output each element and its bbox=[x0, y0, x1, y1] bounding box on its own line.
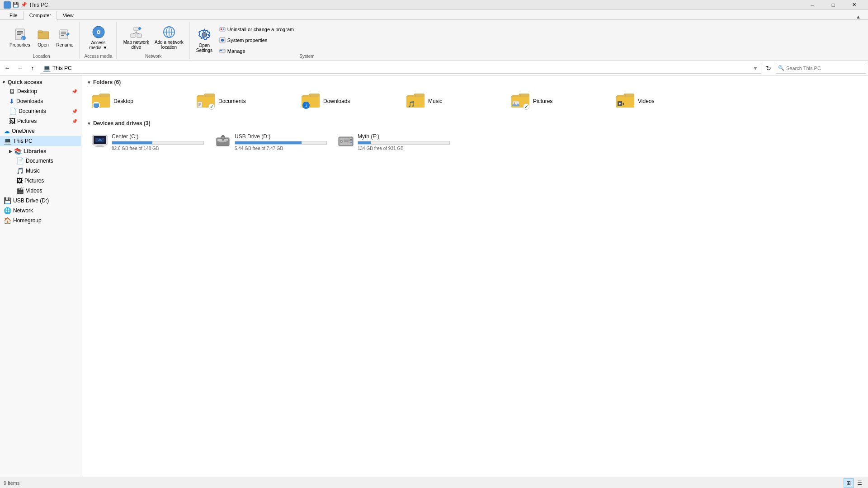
pictures-overlay bbox=[512, 100, 519, 109]
sidebar-item-usb-drive[interactable]: 💾 USB Drive (D:) bbox=[0, 196, 81, 206]
sidebar-item-lib-pictures[interactable]: 🖼 Pictures bbox=[0, 176, 81, 186]
onedrive-icon: ☁ bbox=[4, 127, 10, 135]
rename-button[interactable]: Rename bbox=[54, 24, 76, 51]
sidebar-item-desktop[interactable]: 🖥 Desktop 📌 bbox=[0, 86, 81, 96]
location-group-label: Location bbox=[7, 54, 75, 59]
open-settings-icon bbox=[197, 28, 212, 42]
rename-label: Rename bbox=[57, 42, 74, 47]
sidebar-item-lib-videos[interactable]: 🎬 Videos bbox=[0, 186, 81, 196]
desktop-folder-icon-wrap bbox=[92, 92, 110, 110]
back-button[interactable]: ← bbox=[2, 63, 13, 74]
minimize-button[interactable]: ─ bbox=[802, 0, 823, 10]
network-label: Network bbox=[13, 207, 33, 214]
sidebar-item-lib-documents[interactable]: 📄 Documents bbox=[0, 156, 81, 166]
ribbon-collapse-button[interactable]: ▲ bbox=[856, 14, 861, 19]
device-item-center-c[interactable]: Center (C:) 82.6 GB free of 148 GB bbox=[87, 130, 209, 154]
svg-rect-35 bbox=[222, 50, 224, 50]
system-group-label: System bbox=[299, 54, 315, 59]
folder-item-desktop[interactable]: Desktop bbox=[87, 89, 191, 113]
uninstall-button[interactable]: Uninstall or change a program bbox=[216, 24, 297, 34]
location-buttons: i Properties Open Rename bbox=[7, 22, 75, 53]
videos-overlay bbox=[617, 100, 624, 109]
large-icons-view-button[interactable]: ⊞ bbox=[844, 478, 854, 488]
forward-button[interactable]: → bbox=[14, 63, 25, 74]
up-button[interactable]: ↑ bbox=[27, 63, 38, 74]
tab-view[interactable]: View bbox=[57, 10, 80, 19]
breadcrumb-this-pc[interactable]: This PC bbox=[52, 65, 72, 71]
address-bar: ← → ↑ 💻 This PC ▼ ↻ 🔍 bbox=[0, 61, 868, 75]
uninstall-label: Uninstall or change a program bbox=[227, 27, 294, 32]
device-item-myth-f[interactable]: Myth (F:) 134 GB free of 931 GB bbox=[333, 130, 455, 154]
usb-drive-d-bar bbox=[235, 141, 302, 144]
open-button[interactable]: Open bbox=[33, 24, 53, 51]
network-buttons: Map networkdrive Add a networklocation bbox=[121, 22, 186, 53]
devices-grid: Center (C:) 82.6 GB free of 148 GB bbox=[87, 130, 863, 154]
manage-button[interactable]: Manage bbox=[216, 46, 297, 56]
properties-icon: i bbox=[13, 27, 27, 42]
folder-item-documents[interactable]: ✓ Documents bbox=[192, 89, 296, 113]
this-pc-label: This PC bbox=[13, 138, 33, 144]
svg-text:i: i bbox=[22, 37, 23, 41]
lib-pictures-label: Pictures bbox=[24, 178, 44, 184]
sidebar-item-onedrive[interactable]: ☁ OneDrive bbox=[0, 126, 81, 136]
ribbon-group-access-media: Accessmedia ▼ Access media bbox=[80, 22, 116, 59]
content-area: ▼ Folders (6) Desktop bbox=[81, 75, 868, 477]
search-input[interactable] bbox=[786, 66, 864, 71]
access-media-group-label: Access media bbox=[84, 54, 112, 59]
app-icon bbox=[4, 1, 11, 9]
svg-rect-53 bbox=[97, 145, 103, 146]
properties-label: Properties bbox=[9, 42, 30, 47]
quick-access-label: Quick access bbox=[8, 79, 42, 85]
sidebar-item-pictures[interactable]: 🖼 Pictures 📌 bbox=[0, 116, 81, 126]
properties-button[interactable]: i Properties bbox=[7, 24, 33, 51]
folder-item-pictures[interactable]: ✓ Pictures bbox=[506, 89, 610, 113]
svg-text:i: i bbox=[222, 39, 222, 42]
devices-section-header[interactable]: ▼ Devices and drives (3) bbox=[87, 120, 863, 127]
svg-point-14 bbox=[98, 31, 99, 33]
network-icon: 🌐 bbox=[4, 207, 11, 214]
ribbon-tabs: File Computer View ▲ bbox=[0, 10, 868, 20]
details-view-button[interactable]: ☰ bbox=[854, 478, 864, 488]
sys-properties-button[interactable]: i System properties bbox=[216, 35, 297, 45]
sidebar-section-libraries[interactable]: ▶ 📚 Libraries bbox=[0, 146, 81, 156]
open-settings-button[interactable]: OpenSettings bbox=[194, 27, 214, 54]
address-path[interactable]: 💻 This PC ▼ bbox=[40, 63, 761, 74]
add-network-button[interactable]: Add a networklocation bbox=[152, 24, 186, 51]
rename-icon bbox=[57, 27, 72, 42]
title-bar-left: 💾 📌 This PC bbox=[4, 1, 48, 9]
sidebar-item-lib-music[interactable]: 🎵 Music bbox=[0, 166, 81, 176]
access-media-button[interactable]: Accessmedia ▼ bbox=[87, 24, 110, 51]
sidebar-item-network[interactable]: 🌐 Network bbox=[0, 206, 81, 216]
map-network-button[interactable]: Map networkdrive bbox=[121, 24, 151, 51]
network-group-label: Network bbox=[121, 54, 186, 59]
sidebar-item-this-pc[interactable]: 💻 This PC bbox=[0, 136, 81, 146]
folder-item-downloads[interactable]: ↓ Downloads bbox=[297, 89, 401, 113]
usb-drive-d-icon bbox=[215, 134, 231, 150]
search-box[interactable]: 🔍 bbox=[776, 63, 866, 74]
sidebar-section-quick-access[interactable]: ▼ Quick access bbox=[0, 77, 81, 86]
sidebar-item-documents[interactable]: 📄 Documents 📌 bbox=[0, 106, 81, 116]
refresh-button[interactable]: ↻ bbox=[763, 63, 774, 74]
add-network-icon bbox=[162, 25, 176, 39]
sidebar-item-homegroup[interactable]: 🏠 Homegroup bbox=[0, 216, 81, 225]
svg-rect-17 bbox=[134, 27, 138, 31]
access-media-buttons: Accessmedia ▼ bbox=[87, 22, 110, 53]
close-button[interactable]: ✕ bbox=[844, 0, 864, 10]
tab-computer[interactable]: Computer bbox=[24, 11, 57, 20]
maximize-button[interactable]: □ bbox=[823, 0, 844, 10]
pictures-folder-icon-wrap: ✓ bbox=[511, 92, 529, 110]
center-c-bar bbox=[112, 141, 152, 144]
tab-file[interactable]: File bbox=[4, 10, 24, 19]
sidebar-item-downloads[interactable]: ⬇ Downloads bbox=[0, 96, 81, 106]
downloads-label: Downloads bbox=[16, 98, 43, 104]
svg-rect-28 bbox=[221, 28, 222, 30]
svg-rect-38 bbox=[94, 107, 98, 108]
folders-section-header[interactable]: ▼ Folders (6) bbox=[87, 79, 863, 85]
center-c-icon bbox=[92, 134, 108, 150]
myth-f-bar bbox=[358, 141, 371, 144]
svg-text:🎵: 🎵 bbox=[408, 100, 415, 108]
folder-item-videos[interactable]: Videos bbox=[611, 89, 715, 113]
pictures-icon: 🖼 bbox=[9, 117, 15, 125]
device-item-usb-d[interactable]: USB Drive (D:) 5.44 GB free of 7.47 GB bbox=[210, 130, 332, 154]
folder-item-music[interactable]: 🎵 Music bbox=[401, 89, 505, 113]
